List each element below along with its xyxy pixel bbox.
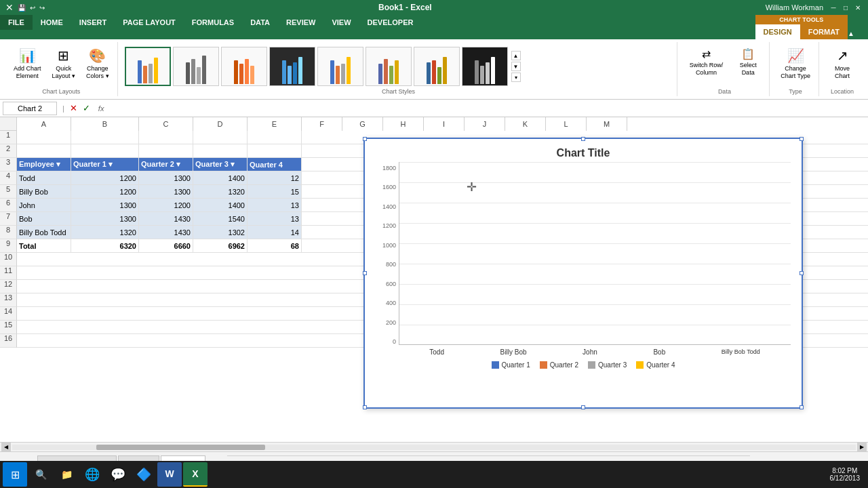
ribbon-collapse-button[interactable]: ▲: [848, 30, 854, 37]
cell-e5[interactable]: 15: [248, 185, 302, 199]
cell-a8[interactable]: Billy Bob Todd: [17, 226, 71, 239]
col-header-c[interactable]: C: [139, 117, 193, 131]
taskbar-skype[interactable]: 💬: [106, 462, 130, 487]
cell-a7[interactable]: Bob: [17, 212, 71, 226]
cell-a3-employee[interactable]: Employee ▾: [17, 158, 71, 171]
cell-b3-q1[interactable]: Quarter 1 ▾: [71, 158, 139, 171]
chart-handle-ml[interactable]: [363, 271, 367, 275]
chart-handle-tr[interactable]: [800, 137, 804, 141]
chart-styles-scroll-up[interactable]: ▲: [511, 51, 521, 60]
chart-style-1[interactable]: [125, 47, 171, 86]
qat-save[interactable]: 💾: [18, 4, 26, 12]
row-header-9[interactable]: 9: [0, 239, 17, 253]
chart-handle-br[interactable]: [800, 405, 804, 409]
col-header-j[interactable]: J: [465, 117, 505, 131]
chart-styles-scroll-down[interactable]: ▼: [511, 62, 521, 71]
cell-b2[interactable]: [71, 144, 139, 158]
col-header-b[interactable]: B: [71, 117, 139, 131]
minimize-button[interactable]: ─: [829, 3, 838, 12]
row-header-12[interactable]: 12: [0, 280, 17, 293]
chart-handle-bl[interactable]: [363, 405, 367, 409]
select-data-button[interactable]: 📋 SelectData: [731, 45, 765, 79]
cell-a4[interactable]: Todd: [17, 171, 71, 185]
qat-redo[interactable]: ↪: [39, 4, 45, 12]
row-header-14[interactable]: 14: [0, 307, 17, 321]
row-header-5[interactable]: 5: [0, 185, 17, 199]
cell-b9[interactable]: 6320: [71, 239, 139, 253]
col-header-m[interactable]: M: [587, 117, 627, 131]
chart-handle-mr[interactable]: [800, 271, 804, 275]
col-header-l[interactable]: L: [546, 117, 587, 131]
chart-style-5[interactable]: [317, 47, 363, 86]
row-header-1[interactable]: 1: [0, 131, 17, 144]
tab-data[interactable]: DATA: [242, 15, 278, 30]
cell-e3-q4[interactable]: Quarter 4: [248, 158, 302, 171]
cell-e1[interactable]: [248, 131, 302, 144]
chart-container[interactable]: Chart Title 1800 1600 1400 1200 1000 800…: [363, 138, 803, 409]
cell-b8[interactable]: 1320: [71, 226, 139, 239]
close-button[interactable]: ✕: [853, 3, 863, 12]
cell-a9-total[interactable]: Total: [17, 239, 71, 253]
col-header-k[interactable]: K: [505, 117, 546, 131]
col-header-d[interactable]: D: [193, 117, 248, 131]
cell-d5[interactable]: 1320: [193, 185, 248, 199]
cell-d3-q3[interactable]: Quarter 3 ▾: [193, 158, 248, 171]
scroll-left-button[interactable]: ◀: [1, 443, 11, 452]
col-header-a[interactable]: A: [17, 117, 71, 131]
chart-style-2[interactable]: [173, 47, 219, 86]
cell-e7[interactable]: 13: [248, 212, 302, 226]
taskbar-search[interactable]: 🔍: [28, 462, 53, 487]
row-header-15[interactable]: 15: [0, 321, 17, 334]
cell-d4[interactable]: 1400: [193, 171, 248, 185]
chart-title[interactable]: Chart Title: [365, 139, 802, 162]
row-header-7[interactable]: 7: [0, 212, 17, 226]
cell-a2[interactable]: [17, 144, 71, 158]
col-header-f[interactable]: F: [302, 117, 342, 131]
scroll-track[interactable]: [12, 445, 856, 450]
cell-b5[interactable]: 1200: [71, 185, 139, 199]
tab-home[interactable]: HOME: [33, 15, 71, 30]
chart-style-7[interactable]: [414, 47, 460, 86]
change-colors-button[interactable]: 🎨 ChangeColors ▾: [82, 45, 113, 83]
tab-page-layout[interactable]: PAGE LAYOUT: [115, 15, 184, 30]
cell-d6[interactable]: 1400: [193, 199, 248, 212]
cell-c2[interactable]: [139, 144, 193, 158]
chart-styles-scroll-more[interactable]: ▾: [511, 73, 521, 82]
tab-format[interactable]: FORMAT: [800, 24, 848, 39]
row-header-16[interactable]: 16: [0, 334, 17, 348]
cell-d9[interactable]: 6962: [193, 239, 248, 253]
cell-c4[interactable]: 1300: [139, 171, 193, 185]
quick-layout-button[interactable]: ⊞ QuickLayout ▾: [48, 45, 80, 83]
cell-e8[interactable]: 14: [248, 226, 302, 239]
chart-handle-tm[interactable]: [581, 137, 585, 141]
move-chart-button[interactable]: ↗ MoveChart: [827, 45, 857, 83]
row-header-4[interactable]: 4: [0, 171, 17, 185]
cell-b1[interactable]: [71, 131, 139, 144]
start-button[interactable]: ⊞: [3, 462, 27, 487]
cell-c5[interactable]: 1300: [139, 185, 193, 199]
row-header-13[interactable]: 13: [0, 293, 17, 307]
add-chart-element-button[interactable]: 📊 Add ChartElement: [9, 45, 45, 83]
row-header-3[interactable]: 3: [0, 158, 17, 171]
chart-style-4[interactable]: [269, 47, 315, 86]
scroll-thumb[interactable]: [96, 445, 265, 450]
cell-d1[interactable]: [193, 131, 248, 144]
cell-d2[interactable]: [193, 144, 248, 158]
chart-style-8[interactable]: [462, 47, 508, 86]
cancel-formula-button[interactable]: ✕: [70, 103, 77, 113]
switch-row-column-button[interactable]: ⇄ Switch Row/Column: [684, 45, 729, 79]
taskbar-excel[interactable]: X: [183, 462, 208, 487]
formula-input[interactable]: [109, 104, 865, 113]
name-box[interactable]: [3, 102, 57, 115]
row-header-8[interactable]: 8: [0, 226, 17, 239]
chart-handle-bm[interactable]: [581, 405, 585, 409]
cell-c6[interactable]: 1200: [139, 199, 193, 212]
cell-b6[interactable]: 1300: [71, 199, 139, 212]
cell-c8[interactable]: 1430: [139, 226, 193, 239]
chart-styles-scroll[interactable]: ▲ ▼ ▾: [511, 51, 521, 82]
maximize-button[interactable]: □: [841, 3, 850, 12]
cell-c3-q2[interactable]: Quarter 2 ▾: [139, 158, 193, 171]
tab-formulas[interactable]: FORMULAS: [184, 15, 242, 30]
tab-insert[interactable]: INSERT: [71, 15, 115, 30]
fx-button[interactable]: fx: [98, 104, 104, 113]
